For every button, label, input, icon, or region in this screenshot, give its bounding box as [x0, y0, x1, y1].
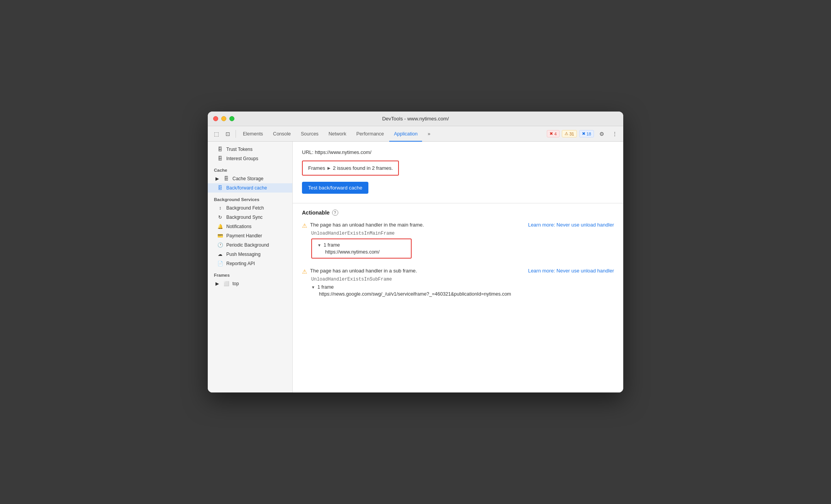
content-area: URL: https://www.nytimes.com/ Frames ▶ 2…: [293, 142, 623, 392]
cursor-icon[interactable]: ⬚: [211, 129, 222, 139]
push-icon: ☁: [217, 252, 223, 257]
frame-count-2: 1 frame: [317, 284, 334, 290]
expand-arrow: ▶: [327, 166, 331, 170]
more-options-icon[interactable]: ⋮: [609, 129, 620, 139]
sidebar-item-interest-groups[interactable]: 🗄 Interest Groups: [208, 154, 292, 163]
sidebar-item-backforward-cache[interactable]: 🗄 Back/forward cache: [208, 183, 292, 193]
database-icon-2: 🗄: [217, 156, 223, 161]
url-line: URL: https://www.nytimes.com/: [302, 149, 614, 155]
tab-more[interactable]: »: [423, 126, 435, 142]
frame-header-1[interactable]: ▼ 1 frame: [317, 242, 405, 248]
actionable-header: Actionable ?: [302, 210, 614, 216]
issue-row-1: ⚠ The page has an unload handler in the …: [302, 222, 614, 229]
tab-console[interactable]: Console: [268, 126, 295, 142]
frame-collapse-arrow-2: ▼: [311, 285, 315, 289]
frame-count-1: 1 frame: [324, 242, 340, 248]
issue-block-1: ⚠ The page has an unload handler in the …: [302, 222, 614, 260]
reporting-icon: 📄: [217, 261, 223, 266]
issue-block-2: ⚠ The page has an unload handler in a su…: [302, 268, 614, 297]
sidebar-item-frames-top[interactable]: ▶ ⬜ top: [208, 279, 292, 288]
tab-elements[interactable]: Elements: [238, 126, 268, 142]
traffic-lights: [213, 116, 234, 121]
sidebar-item-reporting-api[interactable]: 📄 Reporting API: [208, 259, 292, 268]
help-icon[interactable]: ?: [332, 210, 338, 216]
url-value: https://www.nytimes.com/: [315, 149, 371, 155]
section-divider: [293, 203, 623, 203]
frame-url-2: https://news.google.com/swg/_/ui/v1/serv…: [319, 291, 614, 297]
toolbar: ⬚ ⊡ Elements Console Sources Network Per…: [208, 126, 623, 142]
tab-sources[interactable]: Sources: [296, 126, 323, 142]
cache-storage-icon: 🗄: [223, 176, 229, 181]
database-icon: 🗄: [217, 147, 223, 152]
issue-link-1[interactable]: Learn more: Never use unload handler: [528, 222, 614, 228]
issues-count: 18: [587, 132, 591, 136]
frames-issues-text: 2 issues found in 2 frames.: [333, 165, 393, 171]
sidebar-item-cache-storage[interactable]: ▶ 🗄 Cache Storage: [208, 174, 292, 183]
test-bfcache-button[interactable]: Test back/forward cache: [302, 182, 368, 194]
frame-box-2: ▼ 1 frame https://news.google.com/swg/_/…: [311, 284, 614, 297]
settings-icon[interactable]: ⚙: [596, 129, 607, 139]
error-count: 4: [554, 132, 556, 136]
issues-badge[interactable]: ✖ 18: [579, 130, 594, 137]
sidebar-item-trust-tokens[interactable]: 🗄 Trust Tokens: [208, 145, 292, 154]
tab-application[interactable]: Application: [389, 126, 422, 142]
toolbar-right: ✖ 4 ⚠ 31 ✖ 18 ⚙ ⋮: [547, 129, 620, 139]
sidebar-item-bg-sync[interactable]: ↻ Background Sync: [208, 213, 292, 222]
issue-text-1: The page has an unload handler in the ma…: [310, 222, 525, 228]
frame-collapse-arrow-1: ▼: [317, 243, 321, 247]
url-label: URL:: [302, 149, 314, 155]
toolbar-separator: [236, 130, 236, 138]
window-title: DevTools - www.nytimes.com/: [382, 116, 449, 122]
periodic-icon: 🕐: [217, 242, 223, 248]
tab-network[interactable]: Network: [324, 126, 351, 142]
inspect-icon[interactable]: ⊡: [222, 129, 233, 139]
devtools-window: DevTools - www.nytimes.com/ ⬚ ⊡ Elements…: [208, 112, 623, 392]
frames-issues-box[interactable]: Frames ▶ 2 issues found in 2 frames.: [302, 161, 399, 176]
notifications-icon: 🔔: [217, 224, 223, 229]
sidebar-section-bg-services: Background Services: [208, 193, 292, 203]
actionable-label: Actionable: [302, 210, 330, 216]
bg-sync-icon: ↻: [217, 215, 223, 220]
warning-icon-1: ⚠: [302, 222, 307, 229]
sidebar: 🗄 Trust Tokens 🗄 Interest Groups Cache ▶…: [208, 142, 293, 392]
main-content: 🗄 Trust Tokens 🗄 Interest Groups Cache ▶…: [208, 142, 623, 392]
frames-label: Frames: [308, 165, 325, 171]
maximize-button[interactable]: [229, 116, 234, 121]
warning-icon: ⚠: [565, 131, 568, 136]
warning-badge[interactable]: ⚠ 31: [562, 130, 577, 137]
backforward-icon: 🗄: [217, 185, 223, 191]
expand-icon: ▶: [214, 176, 220, 181]
issue-code-1: UnloadHandlerExistsInMainFrame: [311, 231, 614, 236]
minimize-button[interactable]: [221, 116, 226, 121]
payment-icon: 💳: [217, 233, 223, 238]
close-button[interactable]: [213, 116, 218, 121]
tab-performance[interactable]: Performance: [352, 126, 389, 142]
frame-icon: ⬜: [223, 281, 229, 286]
sidebar-section-frames: Frames: [208, 268, 292, 279]
issue-text-2: The page has an unload handler in a sub …: [310, 268, 525, 274]
frame-box-1: ▼ 1 frame https://www.nytimes.com/: [311, 238, 412, 259]
sidebar-item-payment-handler[interactable]: 💳 Payment Handler: [208, 231, 292, 240]
sidebar-section-cache: Cache: [208, 163, 292, 174]
expand-icon-2: ▶: [214, 281, 220, 286]
bg-fetch-icon: ↕: [217, 205, 223, 211]
error-badge[interactable]: ✖ 4: [547, 130, 559, 137]
issue-link-2[interactable]: Learn more: Never use unload handler: [528, 268, 614, 274]
frame-header-2[interactable]: ▼ 1 frame: [311, 284, 614, 290]
warning-count: 31: [570, 132, 574, 136]
sidebar-item-push-messaging[interactable]: ☁ Push Messaging: [208, 250, 292, 259]
sidebar-item-periodic-bg[interactable]: 🕐 Periodic Background: [208, 240, 292, 250]
titlebar: DevTools - www.nytimes.com/: [208, 112, 623, 126]
issues-icon: ✖: [582, 131, 585, 136]
warning-icon-2: ⚠: [302, 268, 307, 275]
sidebar-item-notifications[interactable]: 🔔 Notifications: [208, 222, 292, 231]
issue-code-2: UnloadHandlerExistsInSubFrame: [311, 277, 614, 282]
frame-url-1: https://www.nytimes.com/: [325, 249, 405, 255]
error-icon: ✖: [549, 131, 553, 136]
sidebar-item-bg-fetch[interactable]: ↕ Background Fetch: [208, 203, 292, 213]
issue-row-2: ⚠ The page has an unload handler in a su…: [302, 268, 614, 275]
